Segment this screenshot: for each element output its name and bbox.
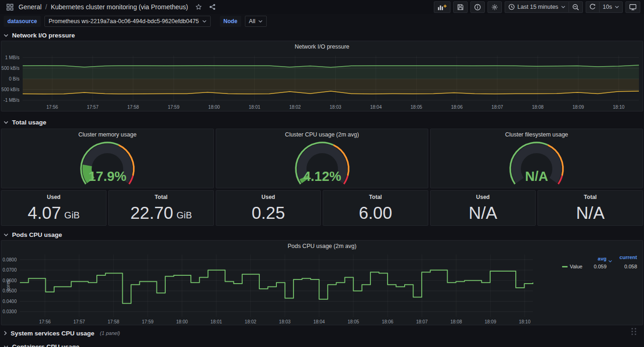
svg-text:18:08: 18:08 bbox=[532, 105, 544, 110]
dashboard-settings-button[interactable] bbox=[488, 1, 502, 13]
star-icon[interactable] bbox=[194, 2, 204, 12]
kiosk-mode-button[interactable] bbox=[625, 1, 640, 13]
legend-series-value[interactable]: Value bbox=[562, 264, 582, 269]
stat-label: Used bbox=[476, 194, 489, 200]
svg-text:0.0600: 0.0600 bbox=[2, 278, 17, 283]
stat-panel-cpu-used: Used 0.25 bbox=[216, 190, 321, 226]
legend-avg-value: 0.059 bbox=[584, 264, 606, 269]
row-header-system-services[interactable]: System services CPU usage (1 panel) bbox=[0, 328, 644, 339]
gauge-cpu-title[interactable]: Cluster CPU usage (2m avg) bbox=[216, 131, 428, 138]
row-drag-handle[interactable] bbox=[631, 328, 637, 335]
save-dashboard-button[interactable] bbox=[453, 1, 468, 13]
svg-text:17:57: 17:57 bbox=[87, 105, 99, 110]
chevron-right-icon bbox=[4, 331, 7, 335]
breadcrumb-separator: / bbox=[45, 3, 47, 11]
row-header-containers[interactable]: Containers CPU usage bbox=[0, 341, 644, 347]
svg-text:18:01: 18:01 bbox=[249, 105, 260, 110]
chevron-down-icon bbox=[258, 20, 263, 23]
svg-text:18:06: 18:06 bbox=[451, 105, 463, 110]
svg-text:18:05: 18:05 bbox=[348, 319, 359, 324]
legend-avg-header[interactable]: avg bbox=[584, 256, 606, 261]
series-color-swatch bbox=[562, 266, 568, 267]
gear-icon bbox=[491, 4, 498, 11]
chevron-down-icon bbox=[615, 6, 619, 8]
svg-text:17:59: 17:59 bbox=[142, 319, 154, 324]
dashboard-info-button[interactable] bbox=[470, 1, 485, 13]
datasource-variable-select[interactable]: Prometheus ws-2219a7aa-0c06-494d-bdc5-96… bbox=[44, 16, 211, 27]
svg-text:4.12%: 4.12% bbox=[303, 169, 341, 184]
stat-value: N/A bbox=[469, 204, 497, 222]
add-panel-button[interactable] bbox=[434, 1, 450, 13]
time-range-label: Last 15 minutes bbox=[518, 4, 558, 10]
zoom-out-button[interactable] bbox=[569, 1, 583, 13]
save-icon bbox=[457, 4, 464, 11]
stat-label: Used bbox=[47, 194, 60, 200]
legend-current-header[interactable]: current bbox=[608, 254, 637, 262]
svg-text:18:02: 18:02 bbox=[289, 105, 301, 110]
svg-text:17.9%: 17.9% bbox=[88, 169, 126, 184]
svg-text:0 B/s: 0 B/s bbox=[9, 76, 19, 81]
network-io-panel: Network I/O pressure 1 MB/s500 kB/s0 B/s… bbox=[1, 41, 643, 112]
gauge-panel-memory: Cluster memory usage 17.9% bbox=[1, 129, 214, 188]
add-panel-icon bbox=[438, 4, 447, 11]
svg-text:18:05: 18:05 bbox=[411, 105, 422, 110]
network-io-chart[interactable]: 1 MB/s500 kB/s0 B/s-500 kB/s-1 MB/s17:56… bbox=[1, 51, 643, 111]
chevron-down-icon bbox=[4, 121, 8, 124]
svg-text:18:10: 18:10 bbox=[613, 105, 625, 110]
variables-row: datasource Prometheus ws-2219a7aa-0c06-4… bbox=[0, 14, 644, 29]
stat-value: 22.70 bbox=[131, 204, 174, 222]
stat-panel-filesystem-used: Used N/A bbox=[430, 190, 536, 226]
chevron-down-icon bbox=[4, 345, 8, 347]
svg-text:1 MB/s: 1 MB/s bbox=[5, 55, 19, 60]
gauge-panel-cpu: Cluster CPU usage (2m avg) 4.12% bbox=[216, 129, 428, 188]
chevron-down-icon bbox=[4, 233, 8, 236]
refresh-icon bbox=[589, 4, 596, 10]
row-header-pods-cpu[interactable]: Pods CPU usage bbox=[0, 229, 644, 240]
row-title-pods-cpu: Pods CPU usage bbox=[12, 231, 62, 238]
svg-text:500 kB/s: 500 kB/s bbox=[1, 66, 19, 71]
node-variable-select[interactable]: All bbox=[245, 16, 267, 27]
row-header-total-usage[interactable]: Total usage bbox=[0, 117, 644, 128]
svg-text:0.0400: 0.0400 bbox=[2, 299, 17, 304]
time-range-picker[interactable]: Last 15 minutes bbox=[505, 1, 569, 13]
svg-text:18:09: 18:09 bbox=[485, 319, 496, 324]
pods-cpu-chart[interactable]: 0.08000.07000.06000.05000.04000.030017:5… bbox=[1, 241, 643, 325]
svg-text:N/A: N/A bbox=[525, 169, 548, 184]
cpu-gauge: 4.12% bbox=[253, 138, 392, 187]
zoom-out-icon bbox=[572, 4, 579, 11]
svg-text:18:07: 18:07 bbox=[492, 105, 503, 110]
chart-legend: avg current Value 0.059 0.058 bbox=[562, 254, 637, 269]
network-panel-title[interactable]: Network I/O pressure bbox=[1, 43, 643, 50]
svg-text:17:57: 17:57 bbox=[74, 319, 85, 324]
apps-grid-icon bbox=[5, 2, 15, 12]
node-variable-label: Node bbox=[220, 16, 241, 27]
svg-text:18:09: 18:09 bbox=[572, 105, 584, 110]
svg-text:-500 kB/s: -500 kB/s bbox=[1, 87, 19, 92]
share-icon[interactable] bbox=[207, 2, 218, 12]
gauge-filesystem-title[interactable]: Cluster filesystem usage bbox=[431, 131, 643, 138]
gauge-memory-title[interactable]: Cluster memory usage bbox=[1, 131, 213, 138]
svg-text:18:03: 18:03 bbox=[330, 105, 341, 110]
dashboard-title[interactable]: Kubernetes cluster monitoring (via Prome… bbox=[51, 3, 188, 11]
svg-text:18:08: 18:08 bbox=[450, 319, 462, 324]
breadcrumb-folder[interactable]: General bbox=[19, 3, 42, 11]
clock-icon bbox=[508, 4, 515, 10]
pods-cpu-panel: Pods CPU usage (2m avg) cores 0.08000.07… bbox=[1, 240, 643, 325]
row-title-system-services: System services CPU usage bbox=[11, 330, 94, 337]
tv-monitor-icon bbox=[629, 4, 637, 11]
datasource-variable-label: datasource bbox=[4, 16, 41, 27]
node-variable-value: All bbox=[249, 18, 256, 25]
stat-label: Used bbox=[262, 194, 275, 200]
legend-current-value: 0.058 bbox=[608, 264, 637, 269]
refresh-interval-select[interactable]: 10s bbox=[600, 1, 623, 13]
gauge-panel-filesystem: Cluster filesystem usage N/A bbox=[430, 129, 643, 188]
row-panel-count: (1 panel) bbox=[100, 330, 120, 336]
filesystem-gauge: N/A bbox=[467, 138, 606, 187]
refresh-button[interactable] bbox=[586, 1, 600, 13]
svg-text:0.0800: 0.0800 bbox=[2, 257, 17, 262]
chevron-down-icon bbox=[4, 34, 8, 37]
chevron-down-icon bbox=[202, 20, 206, 23]
row-header-network[interactable]: Network I/O pressure bbox=[0, 30, 644, 41]
stat-label: Total bbox=[584, 194, 597, 200]
row-title-containers: Containers CPU usage bbox=[12, 343, 80, 347]
